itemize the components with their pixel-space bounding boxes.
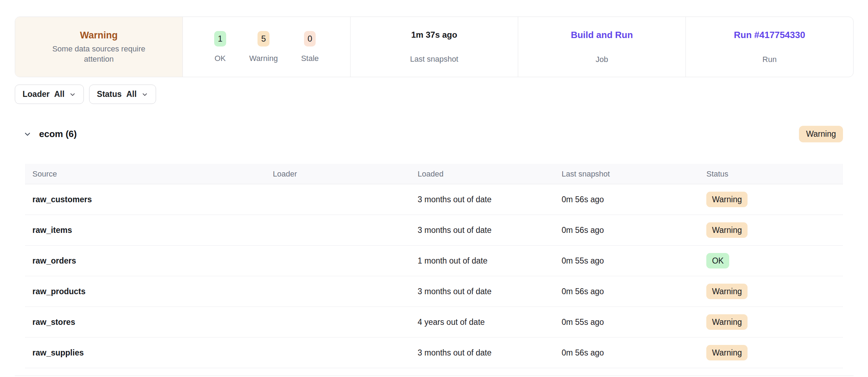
last-snapshot-label: Last snapshot <box>410 55 458 63</box>
source-cell: raw_stores <box>25 307 273 338</box>
loader-filter-label: Loader <box>23 89 50 99</box>
source-cell: raw_customers <box>25 184 273 215</box>
status-badge: Warning <box>706 314 748 330</box>
job-label: Job <box>596 55 608 64</box>
status-cell: Warning <box>706 215 843 246</box>
column-header-loader: Loader <box>273 164 418 184</box>
last-snapshot-cell: 0m 56s ago <box>562 338 706 368</box>
last-snapshot-value: 1m 37s ago <box>411 30 457 39</box>
last-snapshot-cell: 0m 55s ago <box>562 307 706 338</box>
job-link[interactable]: Build and Run <box>571 30 633 40</box>
section-divider <box>15 376 854 376</box>
last-snapshot-card: 1m 37s ago Last snapshot <box>350 17 518 77</box>
warning-count-badge: 5 <box>258 31 269 47</box>
status-badge: Warning <box>706 192 748 208</box>
source-cell: raw_items <box>25 215 273 246</box>
column-header-status: Status <box>706 164 843 184</box>
status-filter-button[interactable]: Status All <box>89 85 156 104</box>
status-badge: Warning <box>706 284 748 299</box>
stale-count-badge: 0 <box>304 31 316 47</box>
group-status-badge: Warning <box>799 126 843 142</box>
column-header-loaded: Loaded <box>418 164 562 184</box>
last-snapshot-cell: 0m 56s ago <box>562 215 706 246</box>
table-row: raw_stores 4 years out of date 0m 55s ag… <box>25 307 843 338</box>
group-title: ecom (6) <box>39 129 77 140</box>
last-snapshot-cell: 0m 55s ago <box>562 246 706 276</box>
chevron-down-icon <box>141 91 148 98</box>
job-card: Build and Run Job <box>518 17 686 77</box>
loaded-cell: 3 months out of date <box>418 276 562 307</box>
status-filter-value: All <box>126 89 136 99</box>
table-row: raw_supplies 3 months out of date 0m 56s… <box>25 338 843 368</box>
status-cell: Warning <box>706 276 843 307</box>
summary-strip: Warning Some data sources require attent… <box>15 17 854 77</box>
loader-cell <box>273 338 418 368</box>
count-ok: 1 OK <box>214 31 226 63</box>
run-label: Run <box>762 55 776 64</box>
group-header-ecom: ecom (6) Warning <box>23 126 843 142</box>
loader-filter-button[interactable]: Loader All <box>15 85 84 104</box>
sources-table: Source Loader Loaded Last snapshot Statu… <box>25 164 843 368</box>
filter-bar: Loader All Status All <box>15 85 868 104</box>
loader-cell <box>273 307 418 338</box>
loaded-cell: 3 months out of date <box>418 338 562 368</box>
loader-cell <box>273 184 418 215</box>
status-badge: Warning <box>706 345 748 361</box>
run-link[interactable]: Run #417754330 <box>734 30 805 40</box>
last-snapshot-cell: 0m 56s ago <box>562 276 706 307</box>
overall-status-card: Warning Some data sources require attent… <box>15 17 182 77</box>
table-row: raw_customers 3 months out of date 0m 56… <box>25 184 843 215</box>
loader-cell <box>273 215 418 246</box>
loader-filter-value: All <box>54 89 64 99</box>
counts-card: 1 OK 5 Warning 0 Stale <box>182 17 350 77</box>
source-cell: raw_products <box>25 276 273 307</box>
column-header-source: Source <box>25 164 273 184</box>
status-cell: OK <box>706 246 843 276</box>
loader-cell <box>273 276 418 307</box>
ok-count-label: OK <box>215 54 226 63</box>
loaded-cell: 3 months out of date <box>418 215 562 246</box>
source-cell: raw_orders <box>25 246 273 276</box>
stale-count-label: Stale <box>301 54 319 63</box>
loaded-cell: 1 month out of date <box>418 246 562 276</box>
count-stale: 0 Stale <box>301 31 319 63</box>
status-badge: Warning <box>706 222 748 238</box>
loaded-cell: 4 years out of date <box>418 307 562 338</box>
count-warning: 5 Warning <box>249 31 278 63</box>
column-header-last-snapshot: Last snapshot <box>562 164 706 184</box>
table-row: raw_orders 1 month out of date 0m 55s ag… <box>25 246 843 276</box>
source-cell: raw_supplies <box>25 338 273 368</box>
status-cell: Warning <box>706 338 843 368</box>
table-row: raw_products 3 months out of date 0m 56s… <box>25 276 843 307</box>
run-card: Run #417754330 Run <box>686 17 853 77</box>
group-collapse-toggle[interactable]: ecom (6) <box>23 129 77 140</box>
status-cell: Warning <box>706 184 843 215</box>
overall-status-title: Warning <box>80 30 118 41</box>
last-snapshot-cell: 0m 56s ago <box>562 184 706 215</box>
chevron-down-icon <box>23 130 32 138</box>
status-badge: OK <box>706 253 729 269</box>
warning-count-label: Warning <box>249 54 278 63</box>
chevron-down-icon <box>69 91 76 98</box>
ok-count-badge: 1 <box>214 31 226 47</box>
table-row: raw_items 3 months out of date 0m 56s ag… <box>25 215 843 246</box>
table-header-row: Source Loader Loaded Last snapshot Statu… <box>25 164 843 184</box>
overall-status-subtitle: Some data sources require attention <box>37 44 161 64</box>
loaded-cell: 3 months out of date <box>418 184 562 215</box>
status-filter-label: Status <box>97 89 122 99</box>
loader-cell <box>273 246 418 276</box>
status-cell: Warning <box>706 307 843 338</box>
